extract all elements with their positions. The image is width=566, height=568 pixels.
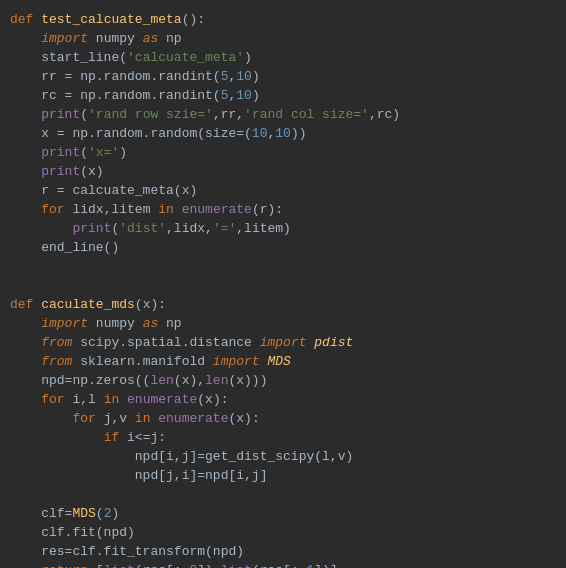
code-line-24: npd[i,j]=get_dist_scipy(l,v) (0, 447, 566, 466)
code-line-29: res=clf.fit_transform(npd) (0, 542, 566, 561)
code-line-26 (0, 485, 566, 504)
code-line-30: return [list(res[:,0]),list(res[:,1])] (0, 561, 566, 568)
code-line-28: clf.fit(npd) (0, 523, 566, 542)
code-line-20: npd=np.zeros((len(x),len(x))) (0, 371, 566, 390)
code-editor: def test_calcuate_meta(): import numpy a… (0, 0, 566, 568)
code-line-16: def caculate_mds(x): (0, 295, 566, 314)
code-line-5: rc = np.random.randint(5,10) (0, 86, 566, 105)
code-line-11: for lidx,litem in enumerate(r): (0, 200, 566, 219)
code-line-2: import numpy as np (0, 29, 566, 48)
code-line-14 (0, 257, 566, 276)
code-line-6: print('rand row szie=',rr,'rand col size… (0, 105, 566, 124)
code-line-15 (0, 276, 566, 295)
code-line-4: rr = np.random.randint(5,10) (0, 67, 566, 86)
code-line-8: print('x=') (0, 143, 566, 162)
code-line-12: print('dist',lidx,'=',litem) (0, 219, 566, 238)
code-line-23: if i<=j: (0, 428, 566, 447)
code-line-7: x = np.random.random(size=(10,10)) (0, 124, 566, 143)
code-line-27: clf=MDS(2) (0, 504, 566, 523)
code-line-17: import numpy as np (0, 314, 566, 333)
code-line-19: from sklearn.manifold import MDS (0, 352, 566, 371)
code-line-1: def test_calcuate_meta(): (0, 10, 566, 29)
code-line-22: for j,v in enumerate(x): (0, 409, 566, 428)
code-line-9: print(x) (0, 162, 566, 181)
code-line-18: from scipy.spatial.distance import pdist (0, 333, 566, 352)
code-line-21: for i,l in enumerate(x): (0, 390, 566, 409)
code-line-25: npd[j,i]=npd[i,j] (0, 466, 566, 485)
code-line-3: start_line('calcuate_meta') (0, 48, 566, 67)
code-line-10: r = calcuate_meta(x) (0, 181, 566, 200)
code-line-13: end_line() (0, 238, 566, 257)
